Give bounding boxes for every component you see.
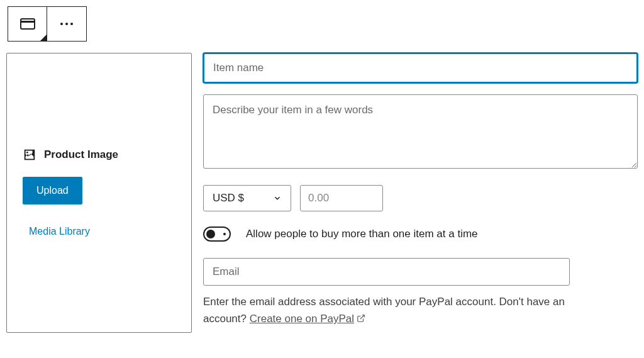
payment-card-icon (20, 18, 35, 30)
currency-select[interactable]: USD $ (203, 185, 291, 211)
product-image-panel: Product Image Upload Media Library (6, 53, 192, 333)
quantity-toggle-row: Allow people to buy more than one item a… (203, 227, 638, 242)
external-link-icon (357, 314, 365, 323)
paypal-help-text: Enter the email address associated with … (203, 293, 593, 327)
toggle-knob-icon (206, 230, 215, 238)
block-toolbar (8, 6, 87, 42)
product-image-label: Product Image (44, 148, 118, 161)
chevron-down-icon (273, 194, 282, 203)
svg-point-0 (26, 152, 28, 154)
allow-multiple-label: Allow people to buy more than one item a… (246, 228, 478, 240)
block-type-button[interactable] (8, 7, 47, 41)
price-row: USD $ (203, 185, 638, 211)
svg-line-1 (360, 315, 364, 319)
block-content: Product Image Upload Media Library USD $… (6, 53, 638, 333)
allow-multiple-toggle[interactable] (203, 227, 231, 242)
product-image-header: Product Image (23, 148, 175, 162)
create-paypal-link[interactable]: Create one on PayPal (250, 313, 365, 325)
ellipsis-icon (60, 23, 73, 25)
price-input[interactable] (300, 185, 383, 211)
paypal-email-input[interactable] (203, 258, 570, 286)
item-name-input[interactable] (203, 53, 638, 83)
more-options-button[interactable] (47, 7, 86, 41)
item-description-input[interactable] (203, 94, 638, 169)
media-library-link[interactable]: Media Library (29, 226, 175, 237)
image-icon (23, 148, 36, 162)
upload-button[interactable]: Upload (23, 177, 82, 204)
product-form: USD $ Allow people to buy more than one … (203, 53, 638, 333)
toggle-dot-icon (223, 233, 226, 235)
currency-label: USD $ (213, 192, 244, 204)
